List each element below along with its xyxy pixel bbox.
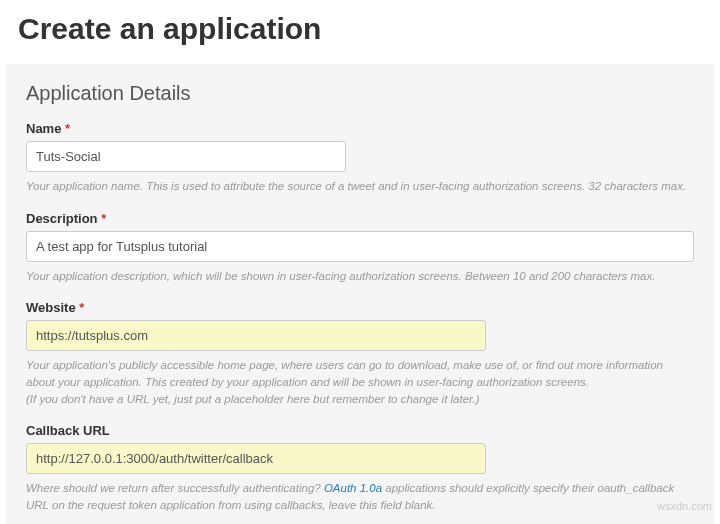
description-help-text: Your application description, which will… — [26, 268, 694, 285]
callback-help-pre: Where should we return after successfull… — [26, 482, 324, 494]
name-label: Name * — [26, 121, 694, 136]
name-input[interactable] — [26, 141, 346, 172]
callback-label: Callback URL — [26, 423, 694, 438]
callback-field-group: Callback URL Where should we return afte… — [26, 423, 694, 513]
callback-input[interactable] — [26, 443, 486, 474]
watermark: wsxdn.com — [657, 500, 712, 512]
website-required-asterisk: * — [79, 300, 84, 315]
callback-label-text: Callback URL — [26, 423, 110, 438]
website-label: Website * — [26, 300, 694, 315]
name-label-text: Name — [26, 121, 61, 136]
website-label-text: Website — [26, 300, 76, 315]
description-field-group: Description * Your application descripti… — [26, 211, 694, 285]
website-help-text-2: (If you don't have a URL yet, just put a… — [26, 391, 694, 408]
name-help-text: Your application name. This is used to a… — [26, 178, 694, 195]
name-field-group: Name * Your application name. This is us… — [26, 121, 694, 195]
callback-help-text: Where should we return after successfull… — [26, 480, 694, 513]
description-label-text: Description — [26, 211, 98, 226]
website-help-text-1: Your application's publicly accessible h… — [26, 357, 694, 390]
page-title: Create an application — [0, 0, 720, 64]
description-required-asterisk: * — [101, 211, 106, 226]
name-required-asterisk: * — [65, 121, 70, 136]
oauth-link[interactable]: OAuth 1.0a — [324, 482, 382, 494]
panel-heading: Application Details — [26, 82, 694, 105]
website-input[interactable] — [26, 320, 486, 351]
application-details-panel: Application Details Name * Your applicat… — [6, 64, 714, 524]
website-field-group: Website * Your application's publicly ac… — [26, 300, 694, 407]
description-input[interactable] — [26, 231, 694, 262]
description-label: Description * — [26, 211, 694, 226]
